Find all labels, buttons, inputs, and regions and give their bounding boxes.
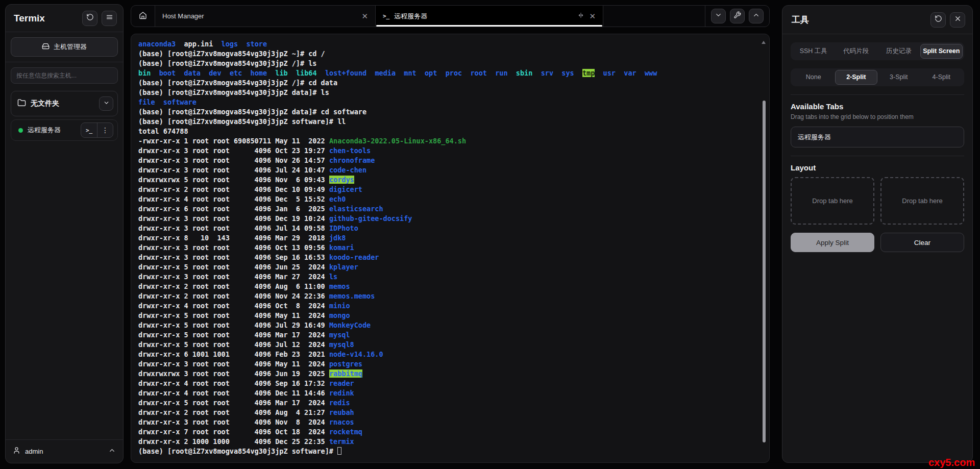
host-manager-section: 主机管理器 — [6, 32, 123, 62]
layout-title: Layout — [791, 163, 964, 172]
app-title: Termix — [14, 13, 78, 24]
collapse-button[interactable] — [711, 9, 726, 23]
terminal-line: drwxrwxrwx 3 root root 4096 Jun 19 2025 … — [138, 369, 762, 379]
tab-label: Host Manager — [162, 12, 357, 20]
terminal-line: bin boot data dev etc home lib lib64 los… — [138, 68, 762, 78]
drop-zone[interactable]: Drop tab here — [880, 177, 964, 225]
terminal-line: drwxr-xr-x 2 root root 4096 Aug 6 11:00 … — [138, 282, 762, 291]
close-icon[interactable]: ✕ — [361, 12, 368, 20]
close-icon — [954, 15, 962, 24]
tools-panel: 工具 SSH 工具代码片段历史记录Split Screen None2-Spli… — [782, 5, 973, 463]
terminal-line: drwxr-xr-x 3 root root 4096 May 11 2024 … — [138, 359, 762, 369]
tools-tab-ssh-[interactable]: SSH 工具 — [792, 44, 835, 59]
tab-host-manager[interactable]: Host Manager ✕ — [155, 6, 376, 27]
terminal-line: drwxr-xr-x 3 root root 4096 Sep 16 16:53… — [138, 253, 762, 262]
terminal-line: drwxr-xr-x 5 root root 4096 Jun 25 2024 … — [138, 262, 762, 272]
split-option-2-split[interactable]: 2-Split — [835, 70, 878, 85]
search-input[interactable] — [11, 67, 118, 84]
available-tabs-list: 远程服务器 — [791, 120, 964, 147]
close-icon[interactable]: ✕ — [589, 12, 596, 20]
terminal-line: drwxr-xr-x 5 root root 4096 Jul 12 2024 … — [138, 340, 762, 350]
divider — [791, 156, 964, 156]
terminal-line: anaconda3 app.ini logs store — [138, 39, 762, 49]
terminal-output: anaconda3 app.ini logs store(base) [root… — [138, 39, 762, 456]
terminal-line: drwxr-xr-x 4 root root 4096 Dec 5 15:52 … — [138, 194, 762, 204]
tools-close-button[interactable] — [950, 12, 965, 28]
tools-body: SSH 工具代码片段历史记录Split Screen None2-Split3-… — [782, 34, 972, 260]
terminal-scrollbar[interactable] — [763, 101, 766, 442]
terminal-line: total 674788 — [138, 127, 762, 136]
terminal-line: drwxr-xr-x 3 root root 4096 Nov 8 2024 r… — [138, 417, 762, 427]
terminal-line: drwxrwxrwx 5 root root 4096 Nov 6 09:43 … — [138, 175, 762, 185]
menu-button[interactable] — [102, 11, 117, 26]
split-option-4-split[interactable]: 4-Split — [920, 70, 963, 85]
terminal-line: (base) [root@iZ7xv8mogva854vg30j3jpZ dat… — [138, 107, 762, 117]
home-icon — [139, 11, 147, 21]
terminal-line: drwxr-xr-x 4 root root 4096 Oct 8 2024 m… — [138, 301, 762, 311]
layout-grid: Drop tab hereDrop tab here — [791, 177, 964, 225]
terminal-line: (base) [root@iZ7xv8mogva854vg30j3jpZ ~]#… — [138, 49, 762, 59]
host-name: 远程服务器 — [28, 126, 76, 135]
terminal-line: drwxr-xr-x 3 root root 4096 Jul 24 10:47… — [138, 165, 762, 175]
refresh-button[interactable] — [82, 11, 97, 26]
folder-header[interactable]: 无文件夹 — [11, 91, 118, 116]
tab-bar-actions — [705, 6, 769, 27]
username: admin — [25, 448, 104, 455]
split-option-none[interactable]: None — [792, 70, 835, 85]
open-terminal-button[interactable]: >_ — [81, 123, 97, 137]
terminal-line: drwxr-xr-x 2 root root 4096 Dec 10 09:49… — [138, 185, 762, 194]
terminal-line: drwxr-xr-x 8 10 143 4096 Mar 29 2018 jdk… — [138, 233, 762, 243]
split-view-icon[interactable] — [577, 12, 584, 21]
scroll-up-arrow[interactable] — [762, 41, 766, 44]
tools-tab-split-screen[interactable]: Split Screen — [920, 44, 963, 59]
terminal-line: drwxr-xr-x 3 root root 4096 Oct 13 09:56… — [138, 243, 762, 253]
folder-collapse-button[interactable] — [99, 96, 113, 111]
terminal-cursor — [337, 447, 341, 455]
available-tabs-title: Available Tabs — [791, 102, 964, 111]
chevron-up-icon — [752, 11, 760, 21]
hamburger-icon — [106, 13, 113, 23]
clear-button[interactable]: Clear — [880, 233, 964, 252]
user-menu[interactable]: admin — [6, 439, 123, 463]
apply-split-button[interactable]: Apply Split — [791, 233, 874, 252]
expand-button[interactable] — [749, 9, 764, 23]
divider — [791, 94, 964, 95]
terminal-line: drwxr-xr-x 4 root root 4096 Sep 16 17:32… — [138, 379, 762, 388]
terminal-line: drwxr-xr-x 5 root root 4096 Mar 17 2024 … — [138, 330, 762, 340]
terminal-line: (base) [root@iZ7xv8mogva854vg30j3jpZ dat… — [138, 88, 762, 97]
terminal-line: drwxr-xr-x 2 root root 4096 Nov 24 22:36… — [138, 291, 762, 301]
terminal-line: drwxr-xr-x 3 root root 4096 Mar 27 2024 … — [138, 272, 762, 282]
home-tab-button[interactable] — [131, 6, 155, 27]
terminal-line: drwxr-xr-x 3 root root 4096 Oct 23 19:27… — [138, 146, 762, 156]
host-manager-button[interactable]: 主机管理器 — [11, 37, 118, 57]
sidebar: Termix 主机管理器 无文件夹 远程服务器 >_ ⋮ admin — [5, 4, 124, 463]
tools-tab--[interactable]: 历史记录 — [877, 44, 920, 59]
tools-tab--[interactable]: 代码片段 — [835, 44, 878, 59]
terminal-line: drwxr-xr-x 4 root root 4096 Dec 11 14:46… — [138, 388, 762, 398]
folder-icon — [17, 98, 26, 109]
tools-refresh-button[interactable] — [930, 12, 946, 28]
drop-zone[interactable]: Drop tab here — [791, 177, 874, 225]
tab-remote-server[interactable]: >_ 远程服务器 ✕ — [376, 6, 603, 27]
terminal-window[interactable]: anaconda3 app.ini logs store(base) [root… — [131, 34, 770, 463]
sidebar-item-remote-server[interactable]: 远程服务器 >_ ⋮ — [11, 119, 118, 141]
tab-bar: Host Manager ✕ >_ 远程服务器 ✕ — [131, 5, 770, 27]
kebab-icon: ⋮ — [102, 126, 109, 134]
split-option-3-split[interactable]: 3-Split — [877, 70, 920, 85]
host-menu-button[interactable]: ⋮ — [97, 123, 113, 137]
terminal-icon: >_ — [86, 127, 92, 134]
host-actions: >_ ⋮ — [81, 122, 113, 138]
terminal-line: drwxr-xr-x 6 root root 4096 Jan 6 2025 e… — [138, 204, 762, 214]
available-tabs-hint: Drag tabs into the grid below to positio… — [791, 113, 964, 120]
draggable-tab-chip[interactable]: 远程服务器 — [791, 127, 964, 147]
terminal-line: drwxr-xr-x 5 root root 4096 Mar 17 2024 … — [138, 398, 762, 408]
split-options: None2-Split3-Split4-Split — [791, 68, 964, 86]
chevron-down-icon — [715, 11, 722, 21]
folder-label: 无文件夹 — [31, 99, 94, 108]
tools-title: 工具 — [792, 14, 926, 26]
host-manager-label: 主机管理器 — [54, 42, 87, 52]
tools-toggle-button[interactable] — [730, 9, 745, 23]
terminal-line: drwxr-xr-x 3 root root 4096 Jul 14 09:58… — [138, 224, 762, 233]
tab-bar-spacer — [603, 6, 705, 27]
split-actions: Apply Split Clear — [791, 233, 964, 252]
